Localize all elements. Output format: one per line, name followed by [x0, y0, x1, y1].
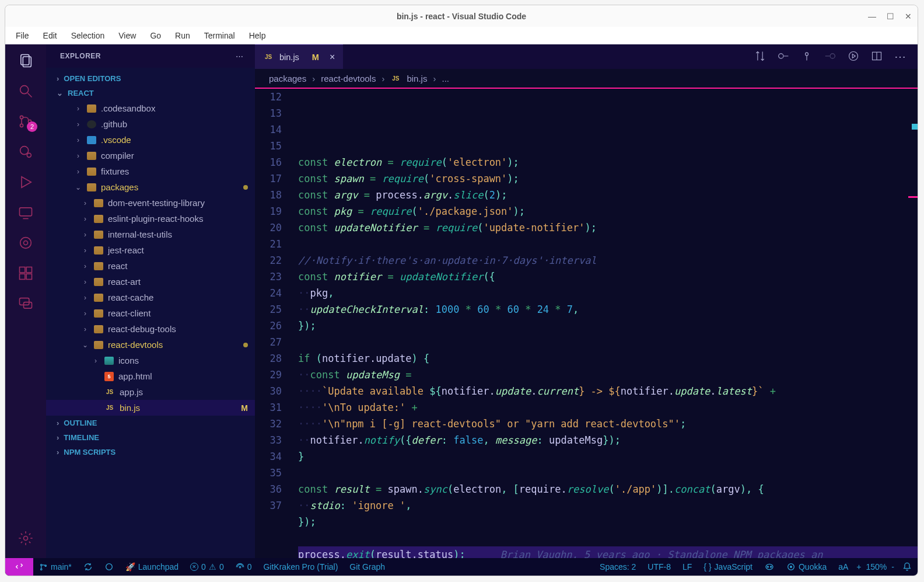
folder-dom-event-testing-library[interactable]: ›dom-event-testing-library — [46, 195, 255, 211]
explorer-icon[interactable] — [18, 53, 34, 69]
folder-internal-test-utils[interactable]: ›internal-test-utils — [46, 226, 255, 242]
folder-fixtures[interactable]: ›fixtures — [46, 163, 255, 179]
code-editor[interactable]: 1213141516171819202122232425262728293031… — [255, 89, 918, 558]
folder-icon — [87, 152, 96, 160]
sync-icon[interactable] — [78, 562, 99, 571]
folder-react[interactable]: ›react — [46, 258, 255, 274]
ports[interactable]: 0 — [230, 562, 258, 571]
folder-react-debug-tools[interactable]: ›react-debug-tools — [46, 321, 255, 337]
indentation[interactable]: Spaces: 2 — [594, 562, 642, 571]
folder--vscode[interactable]: ›.vscode — [46, 132, 255, 148]
gitlens-icon[interactable] — [18, 235, 34, 251]
folder-compiler[interactable]: ›compiler — [46, 148, 255, 163]
statusbar: main* 🚀 Launchpad ✕ 0 ⚠ 0 0 GitKraken Pr… — [5, 558, 918, 576]
minimize-icon[interactable]: — — [868, 12, 876, 21]
folder--github[interactable]: ›.github — [46, 116, 255, 132]
crumb-packages[interactable]: packages — [269, 74, 306, 83]
case-sensitive[interactable]: aA — [832, 562, 854, 571]
encoding[interactable]: UTF-8 — [642, 562, 677, 571]
zoom-out[interactable]: - — [889, 562, 897, 571]
zoom-level[interactable]: 150% — [864, 562, 890, 571]
file-app-html[interactable]: 5app.html — [46, 368, 255, 384]
tab-binjs[interactable]: JS bin.js M × — [255, 44, 343, 69]
folder-react-art[interactable]: ›react-art — [46, 274, 255, 290]
folder-icons[interactable]: ›icons — [46, 353, 255, 368]
run-icon[interactable] — [848, 50, 859, 64]
folder-icon — [87, 168, 96, 176]
tree-item-label: icons — [118, 356, 139, 365]
maximize-icon[interactable]: ☐ — [887, 12, 894, 21]
remote-explorer-icon[interactable] — [18, 204, 34, 221]
gitkraken[interactable]: GitKraken Pro (Trial) — [257, 562, 344, 571]
code-content[interactable]: const electron = require('electron');con… — [292, 89, 918, 558]
launchpad[interactable]: 🚀 Launchpad — [120, 562, 184, 571]
nav-back-icon[interactable] — [778, 50, 789, 64]
section-open-editors[interactable]: ›OPEN EDITORS — [46, 71, 255, 86]
svg-point-35 — [239, 566, 241, 568]
chevron-icon: › — [74, 136, 82, 144]
crumb-react-devtools[interactable]: react-devtools — [321, 74, 376, 83]
chevron-icon: › — [81, 246, 89, 255]
copilot-icon[interactable] — [758, 562, 780, 571]
svg-point-12 — [20, 238, 32, 249]
svg-marker-9 — [22, 177, 31, 188]
search-icon[interactable] — [18, 83, 34, 99]
folder-react-cache[interactable]: ›react-cache — [46, 290, 255, 305]
extensions-icon[interactable] — [18, 265, 34, 281]
folder-packages[interactable]: ⌄packages — [46, 179, 255, 195]
split-editor-icon[interactable] — [871, 50, 883, 64]
breadcrumb[interactable]: packages › react-devtools › JS bin.js › … — [255, 69, 918, 89]
crumb-file[interactable]: bin.js — [407, 74, 427, 83]
gitlens-status-icon[interactable] — [99, 562, 120, 571]
run-debug-icon[interactable] — [18, 174, 34, 190]
nav-forward-icon[interactable] — [824, 50, 836, 64]
menu-help[interactable]: Help — [244, 29, 271, 42]
folder-react-client[interactable]: ›react-client — [46, 305, 255, 321]
tree-item-label: dom-event-testing-library — [108, 198, 205, 208]
chevron-right-icon: › — [312, 74, 315, 83]
menu-go[interactable]: Go — [145, 29, 166, 42]
close-window-icon[interactable]: ✕ — [905, 12, 912, 21]
section-npm[interactable]: ›NPM SCRIPTS — [46, 445, 255, 459]
svg-point-5 — [20, 124, 23, 127]
language-mode[interactable]: { } JavaScript — [698, 562, 758, 571]
git-branch[interactable]: main* — [33, 562, 78, 571]
notifications-icon[interactable] — [897, 562, 918, 571]
eol[interactable]: LF — [677, 562, 698, 571]
crumb-more[interactable]: ... — [442, 74, 449, 83]
chevron-icon: › — [81, 294, 89, 302]
tab-close-icon[interactable]: × — [330, 52, 335, 62]
modified-dot — [243, 343, 248, 347]
compare-icon[interactable] — [754, 50, 766, 64]
zoom-in[interactable]: + — [854, 562, 863, 571]
nav-up-icon[interactable] — [801, 50, 813, 64]
file-app-js[interactable]: JSapp.js — [46, 384, 255, 400]
menu-file[interactable]: File — [11, 29, 34, 42]
problems[interactable]: ✕ 0 ⚠ 0 — [184, 562, 230, 571]
search-ext-icon[interactable] — [18, 144, 34, 160]
folder-eslint-plugin-react-hooks[interactable]: ›eslint-plugin-react-hooks — [46, 211, 255, 226]
folder-jest-react[interactable]: ›jest-react — [46, 242, 255, 258]
tree-item-label: bin.js — [120, 403, 140, 413]
menu-selection[interactable]: Selection — [66, 29, 110, 42]
folder-react-devtools[interactable]: ⌄react-devtools — [46, 337, 255, 353]
line-number-gutter: 1213141516171819202122232425262728293031… — [255, 89, 292, 558]
section-outline[interactable]: ›OUTLINE — [46, 416, 255, 430]
gitgraph[interactable]: Git Graph — [344, 562, 391, 571]
menu-run[interactable]: Run — [170, 29, 195, 42]
section-timeline[interactable]: ›TIMELINE — [46, 430, 255, 445]
menu-view[interactable]: View — [114, 29, 141, 42]
menu-edit[interactable]: Edit — [38, 29, 62, 42]
quokka[interactable]: Quokka — [780, 562, 832, 571]
section-root[interactable]: ⌄REACT — [46, 86, 255, 100]
editor-actions: ⋯ — [754, 44, 918, 69]
settings-gear-icon[interactable] — [18, 530, 34, 546]
menu-terminal[interactable]: Terminal — [200, 29, 240, 42]
sidebar-more-icon[interactable]: ⋯ — [236, 52, 243, 61]
file-bin-js[interactable]: JSbin.jsM — [46, 400, 255, 416]
chat-icon[interactable] — [18, 295, 34, 312]
folder--codesandbox[interactable]: ›.codesandbox — [46, 100, 255, 116]
remote-button[interactable] — [5, 558, 33, 576]
source-control-icon[interactable]: 2 — [18, 113, 34, 130]
editor-more-icon[interactable]: ⋯ — [894, 50, 906, 64]
